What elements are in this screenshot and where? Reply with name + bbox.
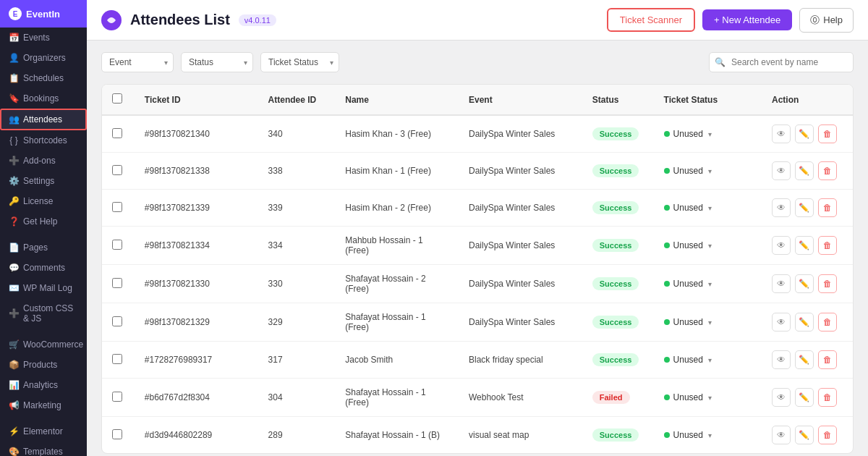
sidebar-item-analytics[interactable]: 📊 Analytics: [0, 375, 87, 395]
sidebar-item-gethelp[interactable]: ❓ Get Help: [0, 211, 87, 232]
delete-button[interactable]: 🗑: [818, 236, 837, 255]
delete-button[interactable]: 🗑: [818, 198, 837, 217]
delete-button[interactable]: 🗑: [818, 426, 837, 444]
event-cell: Black friday special: [459, 342, 582, 379]
name-cell: Hasim Khan - 2 (Free): [335, 190, 459, 227]
ticket-status-cell[interactable]: Unused ▾: [654, 227, 762, 265]
sidebar-logo[interactable]: E EventIn: [0, 0, 87, 28]
edit-button[interactable]: ✏️: [795, 236, 814, 255]
edit-button[interactable]: ✏️: [795, 198, 814, 217]
ticket-status-chevron-icon[interactable]: ▾: [708, 204, 712, 212]
sidebar-item-schedules[interactable]: 📋 Schedules: [0, 68, 87, 88]
ticket-status-cell[interactable]: Unused ▾: [654, 342, 762, 379]
ticket-status-chevron-icon[interactable]: ▾: [708, 394, 712, 402]
sidebar-item-comments[interactable]: 💬 Comments: [0, 258, 87, 278]
view-button[interactable]: 👁: [772, 124, 791, 143]
sidebar-item-shortcodes[interactable]: { } Shortcodes: [0, 130, 87, 151]
ticket-id-cell: #d3d9446802289: [135, 417, 258, 454]
edit-button[interactable]: ✏️: [795, 388, 814, 407]
view-button[interactable]: 👁: [772, 274, 791, 293]
delete-button[interactable]: 🗑: [818, 161, 837, 180]
ticket-status-cell[interactable]: Unused ▾: [654, 379, 762, 417]
sidebar-item-pages[interactable]: 📄 Pages: [0, 237, 87, 258]
delete-button[interactable]: 🗑: [818, 274, 837, 293]
help-button[interactable]: ⓪ Help: [799, 8, 854, 33]
event-cell: DailySpa Winter Sales: [459, 303, 582, 342]
ticket-status-cell[interactable]: Unused ▾: [654, 265, 762, 303]
delete-button[interactable]: 🗑: [818, 350, 837, 369]
row-checkbox[interactable]: [112, 316, 122, 326]
ticket-status-cell[interactable]: Unused ▾: [654, 115, 762, 153]
ticket-status-cell[interactable]: Unused ▾: [654, 417, 762, 454]
ticket-status-chevron-icon[interactable]: ▾: [708, 167, 712, 175]
row-checkbox[interactable]: [112, 128, 122, 138]
ticket-status-chevron-icon[interactable]: ▾: [708, 280, 712, 288]
sidebar-item-events[interactable]: 📅 Events: [0, 28, 87, 48]
ticket-id-cell: #98f1370821334: [135, 227, 258, 265]
view-button[interactable]: 👁: [772, 313, 791, 332]
view-button[interactable]: 👁: [772, 350, 791, 369]
sidebar-item-templates[interactable]: 🎨 Templates: [0, 442, 87, 456]
edit-button[interactable]: ✏️: [795, 350, 814, 369]
sidebar-item-products[interactable]: 📦 Products: [0, 355, 87, 375]
content-area: Event Status Ticket Status 🔍: [87, 41, 868, 456]
sidebar-item-license[interactable]: 🔑 License: [0, 191, 87, 211]
row-checkbox[interactable]: [112, 392, 122, 402]
products-icon: 📦: [9, 360, 19, 370]
row-checkbox[interactable]: [112, 202, 122, 212]
sidebar-item-customcssjs[interactable]: ➕ Custom CSS & JS: [0, 298, 87, 329]
sidebar-item-wpmaillog[interactable]: ✉️ WP Mail Log: [0, 278, 87, 298]
shortcodes-icon: { }: [9, 135, 19, 145]
name-cell: Hasim Khan - 3 (Free): [335, 115, 459, 153]
delete-button[interactable]: 🗑: [818, 313, 837, 332]
ticket-status-cell[interactable]: Unused ▾: [654, 153, 762, 190]
row-checkbox[interactable]: [112, 165, 122, 175]
ticket-status-cell[interactable]: Unused ▾: [654, 303, 762, 342]
event-filter[interactable]: Event: [101, 52, 174, 72]
edit-button[interactable]: ✏️: [795, 426, 814, 444]
ticket-status-chevron-icon[interactable]: ▾: [708, 356, 712, 364]
name-cell: Jacob Smith: [335, 342, 459, 379]
row-checkbox[interactable]: [112, 240, 122, 250]
view-button[interactable]: 👁: [772, 161, 791, 180]
view-button[interactable]: 👁: [772, 198, 791, 217]
ticket-status-filter[interactable]: Ticket Status: [260, 52, 339, 72]
ticket-status-chevron-icon[interactable]: ▾: [708, 431, 712, 439]
sidebar-item-addons[interactable]: ➕ Add-ons: [0, 151, 87, 171]
ticket-status-cell[interactable]: Unused ▾: [654, 190, 762, 227]
status-filter[interactable]: Status: [181, 52, 253, 72]
edit-button[interactable]: ✏️: [795, 161, 814, 180]
sidebar-item-label: Shortcodes: [23, 135, 67, 145]
version-badge: v4.0.11: [239, 14, 276, 26]
delete-button[interactable]: 🗑: [818, 124, 837, 143]
view-button[interactable]: 👁: [772, 236, 791, 255]
settings-icon: ⚙️: [9, 176, 19, 186]
select-all-checkbox[interactable]: [112, 93, 122, 104]
eventin-topbar-logo: [101, 10, 122, 30]
edit-button[interactable]: ✏️: [795, 313, 814, 332]
search-input[interactable]: [709, 52, 854, 72]
row-checkbox[interactable]: [112, 354, 122, 364]
view-button[interactable]: 👁: [772, 426, 791, 444]
sidebar-item-elementor[interactable]: ⚡ Elementor: [0, 421, 87, 442]
sidebar-item-settings[interactable]: ⚙️ Settings: [0, 171, 87, 191]
filters-bar: Event Status Ticket Status 🔍: [101, 52, 854, 72]
sidebar-item-marketing[interactable]: 📢 Marketing: [0, 395, 87, 415]
sidebar-item-woocommerce[interactable]: 🛒 WooCommerce: [0, 334, 87, 355]
delete-button[interactable]: 🗑: [818, 388, 837, 407]
ticket-status-chevron-icon[interactable]: ▾: [708, 318, 712, 326]
sidebar-item-bookings[interactable]: 🔖 Bookings: [0, 88, 87, 109]
sidebar-item-organizers[interactable]: 👤 Organizers: [0, 48, 87, 68]
sidebar-item-attendees[interactable]: 👥 Attendees: [0, 109, 87, 130]
ticket-id-cell: #98f1370821340: [135, 115, 258, 153]
ticket-scanner-button[interactable]: Ticket Scanner: [607, 8, 695, 32]
new-attendee-button[interactable]: + New Attendee: [702, 9, 792, 30]
row-checkbox[interactable]: [112, 278, 122, 288]
row-checkbox[interactable]: [112, 429, 122, 439]
name-cell: Shafayat Hossain - 1 (Free): [335, 303, 459, 342]
edit-button[interactable]: ✏️: [795, 274, 814, 293]
ticket-status-chevron-icon[interactable]: ▾: [708, 242, 712, 250]
view-button[interactable]: 👁: [772, 388, 791, 407]
edit-button[interactable]: ✏️: [795, 124, 814, 143]
ticket-status-chevron-icon[interactable]: ▾: [708, 130, 712, 138]
